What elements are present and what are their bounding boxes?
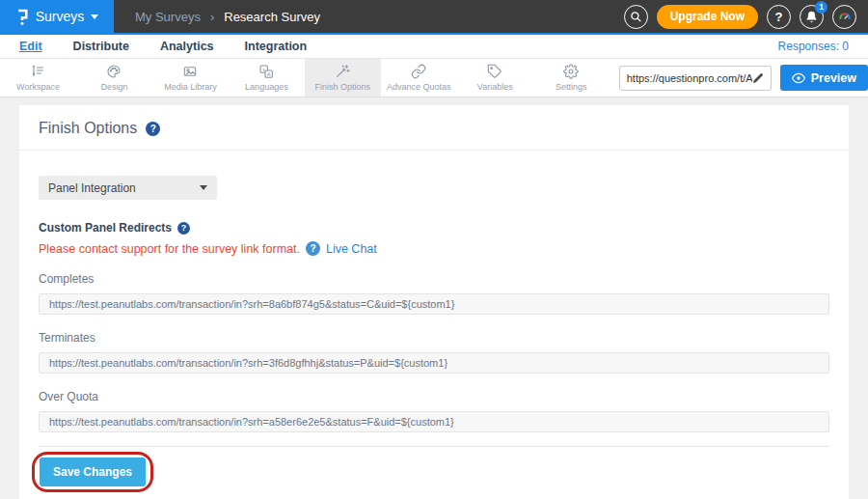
finish-options-help-icon[interactable]: ? bbox=[146, 122, 160, 136]
preview-button[interactable]: Preview bbox=[780, 65, 868, 91]
live-chat-link[interactable]: Live Chat bbox=[326, 242, 377, 256]
header-actions: Upgrade Now ? 1 bbox=[624, 5, 856, 29]
edit-toolbar: Workspace Design Media Library xA Langua… bbox=[0, 59, 868, 97]
card-body: Panel Integration Custom Panel Redirects… bbox=[19, 151, 849, 499]
account-avatar[interactable] bbox=[832, 5, 856, 29]
question-icon: ? bbox=[775, 10, 783, 24]
eye-icon bbox=[792, 71, 805, 85]
notifications-button[interactable]: 1 bbox=[800, 5, 824, 29]
support-notice-row: Please contact support for the survey li… bbox=[39, 241, 829, 256]
card-header: Finish Options ? bbox=[19, 105, 849, 150]
nav-tab-analytics[interactable]: Analytics bbox=[160, 40, 214, 53]
over-quota-label: Over Quota bbox=[39, 390, 829, 403]
bell-icon bbox=[805, 11, 818, 23]
search-button[interactable] bbox=[624, 5, 648, 29]
custom-panel-redirects-heading: Custom Panel Redirects ? bbox=[39, 221, 829, 235]
terminates-url-input[interactable] bbox=[39, 352, 829, 374]
survey-nav: Edit Distribute Analytics Integration Re… bbox=[0, 35, 868, 59]
chevron-down-icon bbox=[91, 14, 98, 19]
translate-icon: xA bbox=[258, 64, 274, 79]
workspace-icon bbox=[30, 64, 45, 79]
nav-tab-edit[interactable]: Edit bbox=[19, 40, 42, 53]
survey-url-input[interactable] bbox=[627, 72, 752, 84]
search-icon bbox=[630, 11, 642, 23]
custom-panel-help-icon[interactable]: ? bbox=[177, 222, 190, 235]
nav-tab-integration[interactable]: Integration bbox=[245, 40, 308, 53]
breadcrumb: My Surveys › Research Survey bbox=[135, 10, 320, 24]
completes-url-input[interactable] bbox=[39, 293, 829, 315]
support-notice-text: Please contact support for the survey li… bbox=[39, 242, 300, 256]
tab-variables[interactable]: Variables bbox=[457, 59, 533, 97]
terminates-label: Terminates bbox=[39, 331, 829, 345]
save-changes-button[interactable]: Save Changes bbox=[40, 457, 146, 486]
svg-text:A: A bbox=[267, 71, 271, 77]
over-quota-url-input[interactable] bbox=[39, 411, 829, 432]
live-chat-help-icon[interactable]: ? bbox=[306, 241, 320, 256]
product-name: Surveys bbox=[36, 9, 85, 24]
gear-icon bbox=[563, 64, 579, 79]
questionpro-logo-icon bbox=[15, 8, 29, 26]
tab-workspace[interactable]: Workspace bbox=[0, 59, 76, 97]
dropdown-selected-value: Panel Integration bbox=[48, 181, 136, 195]
upgrade-button[interactable]: Upgrade Now bbox=[657, 5, 758, 29]
nav-tab-distribute[interactable]: Distribute bbox=[73, 40, 129, 53]
chevron-down-icon bbox=[200, 185, 207, 190]
chain-link-icon bbox=[411, 64, 426, 79]
notification-badge: 1 bbox=[815, 1, 827, 14]
top-header: Surveys My Surveys › Research Survey Upg… bbox=[0, 0, 868, 35]
main-content: Finish Options ? Panel Integration Custo… bbox=[0, 97, 868, 499]
completes-label: Completes bbox=[39, 272, 829, 286]
survey-url-box bbox=[619, 66, 772, 91]
finish-options-card: Finish Options ? Panel Integration Custo… bbox=[19, 105, 849, 499]
red-highlight-annotation: Save Changes bbox=[32, 452, 153, 492]
panel-integration-dropdown[interactable]: Panel Integration bbox=[39, 176, 217, 200]
image-icon bbox=[182, 64, 198, 79]
help-button[interactable]: ? bbox=[767, 5, 791, 29]
tab-settings[interactable]: Settings bbox=[533, 59, 610, 97]
pencil-icon[interactable] bbox=[752, 72, 764, 84]
tag-icon bbox=[487, 64, 502, 79]
breadcrumb-my-surveys[interactable]: My Surveys bbox=[135, 10, 201, 24]
tab-design[interactable]: Design bbox=[76, 59, 152, 97]
tab-media-library[interactable]: Media Library bbox=[152, 59, 229, 97]
breadcrumb-separator: › bbox=[210, 10, 214, 24]
tab-finish-options[interactable]: Finish Options bbox=[305, 59, 381, 97]
palette-icon bbox=[106, 64, 122, 79]
magic-wand-icon bbox=[335, 64, 350, 79]
responses-count: Responses: 0 bbox=[778, 40, 849, 53]
breadcrumb-current-survey: Research Survey bbox=[224, 10, 320, 24]
tab-advance-quotas[interactable]: Advance Quotas bbox=[381, 59, 457, 97]
page-title: Finish Options bbox=[39, 120, 137, 137]
footer-divider bbox=[39, 446, 829, 447]
gauge-avatar-icon bbox=[837, 9, 853, 24]
tab-languages[interactable]: xA Languages bbox=[229, 59, 305, 97]
surveys-menu[interactable]: Surveys bbox=[0, 0, 114, 33]
